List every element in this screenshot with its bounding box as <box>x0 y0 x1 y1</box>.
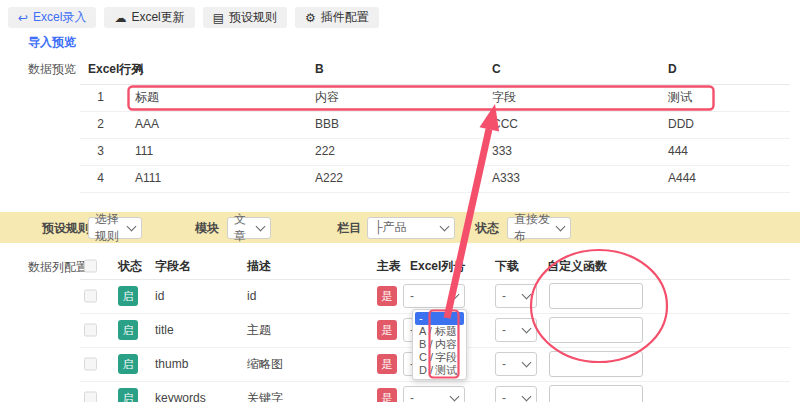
chevron-down-icon <box>127 221 137 231</box>
chevron-down-icon <box>440 221 450 231</box>
tab-excel-update[interactable]: ☁ Excel更新 <box>104 7 194 28</box>
cell: 222 <box>315 138 335 165</box>
excel-col-value: - <box>410 289 414 303</box>
enabled-badge[interactable]: 启 <box>118 286 138 306</box>
cell: DDD <box>668 111 694 138</box>
list-icon: ▤ <box>213 12 224 24</box>
row-checkbox[interactable] <box>84 324 97 337</box>
status-value: 直接发布 <box>514 211 553 245</box>
option-label: 测试 <box>435 364 457 377</box>
col-header-excel-col: Excel列号 <box>410 257 465 274</box>
row-index: 1 <box>80 84 104 111</box>
row-checkbox[interactable] <box>84 290 97 303</box>
chevron-down-icon <box>450 392 460 402</box>
option-label: 字段 <box>435 351 457 364</box>
column-value: ├产品 <box>374 219 407 236</box>
col-header-c: C <box>492 54 501 84</box>
enabled-badge[interactable]: 启 <box>118 388 138 402</box>
row-checkbox[interactable] <box>84 358 97 371</box>
tab-excel-import-label: Excel录入 <box>33 9 86 26</box>
enabled-badge[interactable]: 启 <box>118 320 138 340</box>
cell: A111 <box>135 165 161 192</box>
field-name: thumb <box>155 357 188 371</box>
dropdown-option-d[interactable]: D / 测试 <box>415 364 464 377</box>
cell: CCC <box>492 111 518 138</box>
col-header-download: 下载 <box>495 257 519 274</box>
custom-function-input[interactable] <box>549 283 643 309</box>
status-label: 状态 <box>475 219 499 236</box>
tab-preset-rules[interactable]: ▤ 预设规则 <box>203 7 287 28</box>
field-desc: 缩略图 <box>247 356 283 373</box>
custom-function-input[interactable] <box>549 317 643 343</box>
config-section-label: 数据列配置 <box>28 259 88 276</box>
reply-arrow-icon: ↩ <box>18 12 28 24</box>
download-value: - <box>502 323 506 337</box>
enabled-badge[interactable]: 启 <box>118 354 138 374</box>
preset-rule-label: 预设规则 <box>42 219 90 236</box>
cell: 标题 <box>135 84 159 111</box>
excel-col-dropdown-panel: - A / 标题 B / 内容 C / 字段 D / 测试 <box>412 309 467 380</box>
download-value: - <box>502 391 506 402</box>
preset-rule-bar: 预设规则 选择规则 模块 文章 栏目 ├产品 状态 直接发布 <box>0 212 800 243</box>
download-select[interactable]: - <box>495 284 537 308</box>
column-select[interactable]: ├产品 <box>367 217 455 239</box>
cloud-upload-icon: ☁ <box>114 12 126 24</box>
select-all-checkbox[interactable] <box>84 259 97 272</box>
main-table-badge: 是 <box>377 354 397 374</box>
gear-icon: ⚙ <box>305 12 316 24</box>
download-select[interactable]: - <box>495 318 537 342</box>
col-header-status: 状态 <box>118 257 142 274</box>
custom-function-input[interactable] <box>549 351 643 377</box>
col-header-b: B <box>315 54 324 84</box>
dropdown-option-a[interactable]: A / 标题 <box>415 325 464 338</box>
download-value: - <box>502 289 506 303</box>
row-index: 2 <box>80 111 104 138</box>
option-prefix: A / <box>419 325 435 338</box>
page-title: 导入预览 <box>28 34 76 51</box>
preview-row: 3 111 222 333 444 <box>80 138 790 166</box>
dropdown-option-b[interactable]: B / 内容 <box>415 338 464 351</box>
main-table-badge: 是 <box>377 388 397 402</box>
cell: A444 <box>668 165 696 192</box>
download-value: - <box>502 357 506 371</box>
dropdown-option-none[interactable]: - <box>415 312 464 325</box>
col-header-custom-fn: 自定义函数 <box>547 257 607 274</box>
status-select[interactable]: 直接发布 <box>507 217 571 239</box>
excel-col-select[interactable]: - <box>403 284 465 308</box>
excel-col-value: - <box>410 391 414 402</box>
row-index: 3 <box>80 138 104 165</box>
col-header-a: A <box>135 54 144 84</box>
cell: 测试 <box>668 84 692 111</box>
row-checkbox[interactable] <box>84 392 97 402</box>
download-select[interactable]: - <box>495 386 537 402</box>
col-header-main: 主表 <box>377 257 401 274</box>
tab-plugin-config-label: 插件配置 <box>321 9 369 26</box>
config-table-header: 状态 字段名 描述 主表 Excel列号 下载 自定义函数 <box>80 252 790 280</box>
option-prefix: B / <box>419 338 435 351</box>
tab-excel-import[interactable]: ↩ Excel录入 <box>8 7 96 28</box>
cell: 内容 <box>315 84 339 111</box>
tab-plugin-config[interactable]: ⚙ 插件配置 <box>295 7 379 28</box>
module-select[interactable]: 文章 <box>227 217 271 239</box>
chevron-down-icon <box>522 324 532 334</box>
chevron-down-icon <box>450 290 460 300</box>
dropdown-option-c[interactable]: C / 字段 <box>415 351 464 364</box>
download-select[interactable]: - <box>495 352 537 376</box>
chevron-down-icon <box>522 290 532 300</box>
tab-preset-rules-label: 预设规则 <box>229 9 277 26</box>
excel-col-select[interactable]: - <box>403 386 465 402</box>
col-header-field: 字段名 <box>155 257 191 274</box>
custom-function-input[interactable] <box>549 385 643 402</box>
cell: 444 <box>668 138 688 165</box>
preset-rule-select[interactable]: 选择规则 <box>88 217 142 239</box>
option-prefix: D / <box>419 364 435 377</box>
cell: BBB <box>315 111 339 138</box>
main-table-badge: 是 <box>377 320 397 340</box>
cell: A222 <box>315 165 343 192</box>
field-desc: 关键字 <box>247 390 283 402</box>
preview-row: 1 标题 内容 字段 测试 <box>80 84 790 112</box>
option-prefix: C / <box>419 351 435 364</box>
cell: A333 <box>492 165 520 192</box>
preview-row: 4 A111 A222 A333 A444 <box>80 165 790 193</box>
field-desc: 主题 <box>247 322 271 339</box>
